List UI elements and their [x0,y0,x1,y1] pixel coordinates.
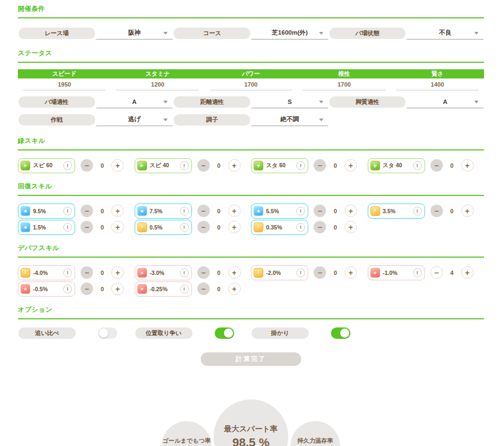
decrement-button[interactable]: − [197,283,210,295]
surface-aptitude-select[interactable]: A [96,95,173,108]
guts-input[interactable]: 1700 [303,78,385,90]
skill-label: -1.0% [383,270,397,276]
chevron-down-icon [474,101,479,103]
stepper: − 0 + [314,159,357,172]
increment-button[interactable]: + [461,205,474,217]
decrement-button[interactable]: − [314,266,326,279]
skill-chip: -1.0% [368,265,425,280]
increment-button[interactable]: + [461,266,474,279]
increment-button[interactable]: + [344,221,357,233]
stamina-input[interactable]: 1200 [116,78,198,90]
increment-button[interactable]: + [111,221,124,233]
info-icon[interactable] [63,285,72,293]
decrement-button[interactable]: − [81,205,93,217]
increment-button[interactable]: + [111,283,124,295]
info-icon[interactable] [63,161,72,170]
skill-count: 0 [93,162,111,169]
info-icon[interactable] [413,161,422,170]
decrement-button[interactable]: − [81,266,93,279]
info-icon[interactable] [63,268,72,277]
option-item: 位置取り争い [135,327,251,339]
section-title-options: オプション [18,305,484,314]
recovery-skills-grid: 9.5% − 0 + 7.5% − 0 + 5. [18,203,484,235]
info-icon[interactable] [180,285,189,293]
increment-button[interactable]: + [228,205,241,217]
increment-button[interactable]: + [228,221,241,233]
stepper: − 0 + [197,266,241,279]
decrement-button[interactable]: − [81,283,93,295]
increment-button[interactable]: + [344,266,357,279]
increment-button[interactable]: + [344,159,357,172]
course-value: 芝1600m(外) [272,29,308,37]
condition-label: 調子 [174,114,250,126]
course-select[interactable]: 芝1600m(外) [251,27,328,40]
info-icon[interactable] [63,207,72,215]
stepper: − 0 + [314,205,357,217]
info-icon[interactable] [296,223,305,232]
racecourse-select[interactable]: 阪神 [96,27,173,40]
info-icon[interactable] [413,268,422,277]
tactic-select[interactable]: 逃げ [96,113,173,126]
decrement-button[interactable]: − [430,266,443,279]
increment-button[interactable]: + [228,159,241,172]
decrement-button[interactable]: − [314,205,326,217]
stepper: − 0 + [197,283,241,295]
power-input[interactable]: 1700 [210,78,292,90]
increment-button[interactable]: + [344,205,357,217]
max-spurt-rate-value: 98.5 % [233,436,270,446]
increment-button[interactable]: + [111,159,124,172]
position-fight-toggle[interactable] [215,327,234,339]
info-icon[interactable] [296,207,305,215]
increment-button[interactable]: + [461,159,474,172]
decrement-button[interactable]: − [81,221,93,233]
increment-button[interactable]: + [228,266,241,279]
stat-header-power: パワー [204,69,297,78]
skill-label: 0.5% [150,224,163,231]
debuff-skill-icon [254,268,263,278]
info-icon[interactable] [413,207,422,215]
info-icon[interactable] [296,161,305,170]
stepper: − 0 + [430,159,474,172]
increment-button[interactable]: + [111,266,124,279]
rare-recovery-skill-icon [137,206,147,216]
speed-skill-icon [21,161,30,170]
debuff-skill-icon [21,268,30,278]
skill-count: 0 [93,208,111,214]
decrement-button[interactable]: − [197,221,210,233]
compete-toggle[interactable] [98,327,117,339]
info-icon[interactable] [296,268,305,277]
condition-select[interactable]: 絶不調 [251,113,328,126]
decrement-button[interactable]: − [197,205,210,217]
skill-chip: -4.0% [18,265,75,280]
decrement-button[interactable]: − [430,205,443,217]
decrement-button[interactable]: − [197,266,210,279]
skill-label: 9.5% [33,208,46,214]
info-icon[interactable] [180,223,189,232]
section-title-status: ステータス [18,49,484,58]
distance-aptitude-select[interactable]: S [251,95,328,108]
status-values-row: 1950 1200 1700 1700 1400 [18,78,484,90]
decrement-button[interactable]: − [430,159,443,172]
skill-label: -0.25% [150,286,168,292]
section-title-green-skills: 緑スキル [18,136,484,146]
stat-header-guts: 根性 [297,69,390,78]
calculate-button[interactable]: 計算完了 [201,352,301,366]
decrement-button[interactable]: − [314,159,326,172]
info-icon[interactable] [63,223,72,232]
skill-item: -4.0% − 0 + [18,265,135,280]
increment-button[interactable]: + [111,205,124,217]
increment-button[interactable]: + [228,283,241,295]
speed-input[interactable]: 1950 [23,78,105,90]
decrement-button[interactable]: − [314,221,326,233]
info-icon[interactable] [180,207,189,215]
skill-label: -2.0% [266,270,281,276]
track-condition-select[interactable]: 不良 [407,27,483,40]
rushed-toggle[interactable] [331,327,350,339]
track-condition-label: バ場状態 [329,28,406,39]
strategy-aptitude-select[interactable]: A [407,95,483,108]
wisdom-input[interactable]: 1400 [396,78,479,90]
info-icon[interactable] [180,161,189,170]
decrement-button[interactable]: − [81,159,93,172]
decrement-button[interactable]: − [197,159,210,172]
info-icon[interactable] [180,268,189,277]
